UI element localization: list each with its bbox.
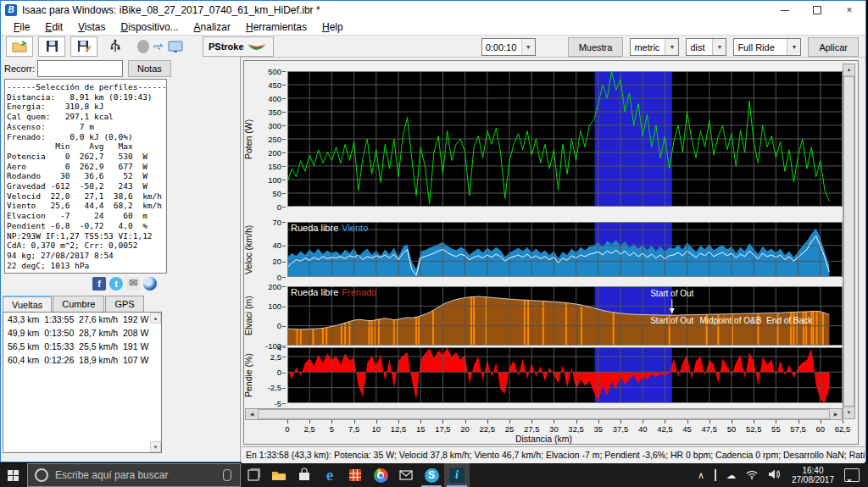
- x-tick-mark: [309, 420, 310, 423]
- y-tick: 200: [268, 148, 286, 158]
- restore-button[interactable]: [801, 1, 833, 19]
- stat-line: Min Avg Max: [7, 141, 164, 152]
- vscroll-thumb[interactable]: [843, 76, 854, 407]
- chrome-button[interactable]: [368, 463, 393, 487]
- title-bar: B Isaac para Windows: iBike_08_27_2017_0…: [1, 1, 865, 19]
- taskbar-clock[interactable]: 16:40 27/08/2017: [792, 466, 834, 484]
- recorr-input[interactable]: [37, 60, 123, 77]
- menu-item-dispositivo[interactable]: Dispositivo...: [114, 21, 186, 33]
- chart-vscrollbar[interactable]: ▲ ▼: [843, 64, 855, 419]
- interval-combo[interactable]: 0:00:10 ▼: [481, 38, 536, 56]
- save-as-button[interactable]: [70, 36, 97, 57]
- chevron-down-icon: ▼: [787, 39, 800, 55]
- left-panel: Recorr: Notas ------Selección de perfile…: [1, 57, 241, 462]
- wifi-icon[interactable]: [746, 470, 758, 481]
- twitter-icon[interactable]: t: [109, 277, 123, 291]
- chart-row-slope: Pendie (%)42,50-2,5-5: [245, 347, 843, 403]
- open-file-button[interactable]: [6, 36, 33, 57]
- xmode-combo[interactable]: dist ▼: [686, 38, 726, 56]
- annotation: Start of Out: [650, 316, 693, 325]
- y-tick: 100: [268, 302, 286, 311]
- menu-item-analizar[interactable]: Analizar: [186, 21, 238, 33]
- battery-icon[interactable]: [715, 470, 716, 480]
- start-button[interactable]: [0, 463, 25, 487]
- hscroll-thumb[interactable]: [258, 409, 830, 419]
- tray-expand-icon[interactable]: ∧: [698, 470, 704, 481]
- store-button[interactable]: [292, 463, 317, 487]
- task-view-button[interactable]: [241, 463, 266, 487]
- file-explorer-button[interactable]: [266, 463, 292, 487]
- lap-row[interactable]: 60,4 km 0:12:26 18,9 km/h 107 W: [3, 353, 161, 367]
- scroll-down-icon[interactable]: ▼: [150, 441, 161, 452]
- laps-scrollbar[interactable]: ▲ ▼: [150, 313, 161, 452]
- y-tick: 0: [277, 273, 286, 282]
- plot-elevation[interactable]: Start of OutStart of OutMidpoint of O&BE…: [287, 286, 843, 346]
- menu-item-edit[interactable]: Edit: [37, 21, 70, 33]
- x-tick-mark: [465, 420, 466, 423]
- menu-item-file[interactable]: File: [6, 21, 37, 33]
- scroll-left-icon[interactable]: ◀: [246, 409, 258, 419]
- chart-hscrollbar[interactable]: ◀ ▶: [245, 408, 843, 420]
- onedrive-icon[interactable]: ☁: [726, 470, 736, 481]
- tab-gps[interactable]: GPS: [105, 296, 143, 313]
- units-combo[interactable]: metric ▼: [630, 38, 679, 56]
- volume-icon[interactable]: [768, 469, 780, 481]
- x-tick-mark: [420, 420, 421, 423]
- google-earth-icon[interactable]: [143, 277, 157, 291]
- taskbar: Escribe aquí para buscar e S i ∧ ☁: [0, 463, 868, 487]
- scroll-up-icon[interactable]: ▲: [843, 64, 854, 75]
- skype-button[interactable]: S: [419, 463, 444, 487]
- close-button[interactable]: ×: [833, 1, 865, 19]
- usb-device-button[interactable]: [103, 37, 128, 56]
- red-grid-app-button[interactable]: [342, 463, 368, 487]
- isaac-button[interactable]: i: [444, 463, 470, 487]
- scroll-down-icon[interactable]: ▼: [843, 407, 854, 418]
- pstroke-label: PStroke: [209, 42, 244, 52]
- mail-button[interactable]: [393, 463, 419, 487]
- x-tick-mark: [709, 420, 710, 423]
- y-tick: 4: [277, 343, 286, 352]
- lap-row[interactable]: 43,3 km 1:33:55 27,6 km/h 192 W: [3, 313, 161, 326]
- email-icon[interactable]: ✉: [126, 277, 140, 291]
- taskbar-search[interactable]: Escribe aquí para buscar: [27, 463, 241, 487]
- plot-power[interactable]: [287, 71, 843, 207]
- scroll-up-icon[interactable]: ▲: [150, 313, 161, 324]
- menu-item-herramientas[interactable]: Herramientas: [238, 21, 314, 33]
- stat-line: Frenado: 0,0 kJ (0,0%): [7, 132, 164, 142]
- muestra-button[interactable]: Muestra: [568, 37, 624, 57]
- scroll-right-icon[interactable]: ▶: [830, 409, 842, 419]
- stat-line: Rodando 30 36,6 52 W: [7, 171, 164, 181]
- range-combo[interactable]: Full Ride ▼: [733, 38, 801, 56]
- save-button[interactable]: [38, 36, 65, 57]
- y-tick: 100: [268, 175, 286, 185]
- menu-item-help[interactable]: Help: [314, 21, 351, 33]
- microphone-icon[interactable]: [223, 469, 231, 481]
- action-center-icon[interactable]: [844, 468, 860, 482]
- restore-icon: [813, 6, 821, 14]
- x-tick-mark: [354, 420, 355, 423]
- y-tick: -2,5: [268, 383, 286, 392]
- notas-button[interactable]: Notas: [128, 60, 171, 77]
- x-tick-mark: [776, 420, 776, 423]
- minimize-button[interactable]: [769, 1, 801, 19]
- x-tick-mark: [576, 420, 577, 423]
- menu-item-vistas[interactable]: Vistas: [70, 21, 113, 33]
- x-axis: 02,557,51012,51517,52022,52527,53032,535…: [245, 422, 843, 434]
- tab-vueltas[interactable]: Vueltas: [3, 296, 52, 313]
- chart-row-speed: Veloc (km/h)7040200Rueda libreViento: [245, 222, 843, 277]
- lap-row[interactable]: 56,5 km 0:15:33 25,5 km/h 191 W: [3, 340, 161, 353]
- facebook-icon[interactable]: f: [92, 277, 106, 291]
- aplicar-button[interactable]: Aplicar: [808, 37, 859, 57]
- annotation: Midpoint of O&B: [700, 316, 762, 325]
- x-tick-mark: [554, 420, 554, 423]
- plot-speed[interactable]: Rueda libreViento: [287, 222, 843, 277]
- pstroke-button[interactable]: PStroke: [203, 36, 274, 57]
- edge-button[interactable]: e: [317, 463, 342, 487]
- download-from-device-button[interactable]: [133, 37, 187, 56]
- lap-row[interactable]: 49,9 km 0:13:50 28,7 km/h 208 W: [3, 326, 161, 340]
- stat-line: Cal quem: 297,1 kcal: [7, 112, 164, 122]
- isaac-icon: i: [449, 468, 465, 483]
- tab-cumbre[interactable]: Cumbre: [53, 296, 104, 313]
- plot-slope[interactable]: [287, 347, 843, 403]
- stat-line: Pendient -6,8 -0,72 4,0 %: [7, 221, 164, 231]
